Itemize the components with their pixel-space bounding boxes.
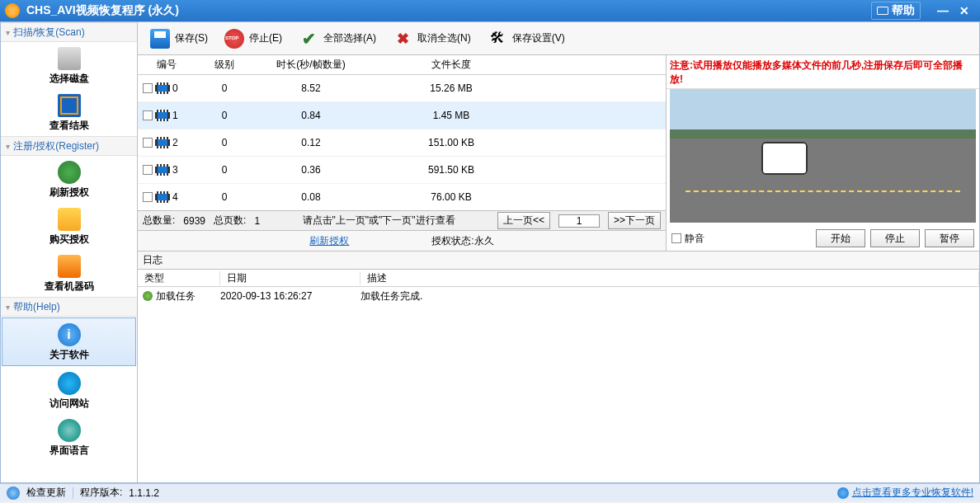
next-page-button[interactable]: >>下一页 xyxy=(608,212,661,229)
pagination-bar: 总数量: 6939 总页数: 1 请点击"上一页"或"下一页"进行查看 上一页<… xyxy=(138,210,666,230)
preview-panel: 注意:试用播放仅能播放多媒体文件的前几秒,注册保存后即可全部播放! 2020-0… xyxy=(667,55,979,251)
sidebar-item-view-machine-code[interactable]: 查看机器码 xyxy=(1,250,137,297)
log-row[interactable]: 加载任务2020-09-13 16:26:27加载任务完成. xyxy=(138,287,979,305)
save-button[interactable]: 保存(S) xyxy=(143,25,215,53)
col-level[interactable]: 级别 xyxy=(196,58,253,72)
pagination-hint: 请点击"上一页"或"下一页"进行查看 xyxy=(268,214,489,228)
stop-icon xyxy=(224,29,244,49)
save-icon xyxy=(150,29,170,49)
cross-icon: ✖ xyxy=(393,29,412,49)
wrench-icon: 🛠 xyxy=(488,29,507,49)
table-body: 008.5215.26 MB100.841.45 MB200.12151.00 … xyxy=(138,75,666,210)
sidebar-item-select-disk[interactable]: 选择磁盘 xyxy=(1,42,137,89)
sidebar: ▾扫描/恢复(Scan) 选择磁盘 查看结果 ▾注册/授权(Register) … xyxy=(1,22,138,482)
check-update-link[interactable]: 检查更新 xyxy=(26,486,66,500)
refresh-icon xyxy=(58,161,81,184)
minimize-button[interactable]: — xyxy=(932,4,954,17)
result-table-area: 编号 级别 时长(秒/帧数量) 文件长度 008.5215.26 MB100.8… xyxy=(138,55,667,251)
update-icon xyxy=(7,487,20,500)
key-icon xyxy=(58,208,81,231)
preview-controls: 静音 开始 停止 暂停 xyxy=(667,226,979,251)
preview-notice: 注意:试用播放仅能播放多媒体文件的前几秒,注册保存后即可全部播放! xyxy=(667,55,979,89)
globe-icon xyxy=(58,372,81,395)
play-pause-button[interactable]: 暂停 xyxy=(925,229,974,247)
play-stop-button[interactable]: 停止 xyxy=(870,229,920,247)
table-row[interactable]: 008.5215.26 MB xyxy=(138,75,666,102)
film-icon xyxy=(155,191,170,203)
row-checkbox[interactable] xyxy=(143,138,153,148)
magnifier-icon xyxy=(58,255,81,278)
stop-button[interactable]: 停止(E) xyxy=(217,25,290,53)
select-all-button[interactable]: ✔全部选择(A) xyxy=(291,25,384,53)
log-col-desc[interactable]: 描述 xyxy=(360,271,979,285)
col-duration[interactable]: 时长(秒/帧数量) xyxy=(253,58,369,72)
play-start-button[interactable]: 开始 xyxy=(816,229,865,247)
col-id[interactable]: 编号 xyxy=(138,58,196,72)
auth-bar: 刷新授权 授权状态:永久 xyxy=(138,230,666,251)
refresh-auth-link[interactable]: 刷新授权 xyxy=(309,234,349,248)
sidebar-item-language[interactable]: 界面语言 xyxy=(1,414,137,461)
log-col-date[interactable]: 日期 xyxy=(220,271,360,285)
prev-page-button[interactable]: 上一页<< xyxy=(497,212,550,229)
sidebar-item-about[interactable]: i关于软件 xyxy=(2,317,136,366)
log-header: 类型 日期 描述 xyxy=(138,269,979,287)
sidebar-group-scan[interactable]: ▾扫描/恢复(Scan) xyxy=(1,22,137,42)
sidebar-item-refresh-auth[interactable]: 刷新授权 xyxy=(1,156,137,203)
mute-checkbox[interactable]: 静音 xyxy=(671,232,704,246)
log-title: 日志 xyxy=(138,251,979,269)
table-row[interactable]: 200.12151.00 KB xyxy=(138,129,666,157)
disk-icon xyxy=(58,47,81,70)
status-bar: 检查更新 程序版本: 1.1.1.2 点击查看更多专业恢复软件! xyxy=(0,483,980,501)
help-button[interactable]: 帮助 xyxy=(871,2,921,20)
toolbar: 保存(S) 停止(E) ✔全部选择(A) ✖取消全选(N) 🛠保存设置(V) xyxy=(138,22,979,55)
more-software-link[interactable]: 点击查看更多专业恢复软件! xyxy=(837,486,973,500)
version-label: 程序版本: xyxy=(80,486,122,500)
check-icon: ✔ xyxy=(299,29,318,49)
total-value: 6939 xyxy=(183,215,205,227)
log-body: 加载任务2020-09-13 16:26:27加载任务完成. xyxy=(138,287,979,482)
row-checkbox[interactable] xyxy=(143,165,153,175)
video-preview[interactable]: 2020-07-28 10:00:04 xyxy=(670,89,976,223)
table-header: 编号 级别 时长(秒/帧数量) 文件长度 xyxy=(138,55,666,75)
language-icon xyxy=(58,419,81,442)
pages-value: 1 xyxy=(254,215,260,227)
title-bar: CHS_AVI视频恢复程序 (永久) 帮助 — ✕ xyxy=(0,0,980,21)
sidebar-item-website[interactable]: 访问网站 xyxy=(1,367,137,414)
table-row[interactable]: 400.0876.00 KB xyxy=(138,184,666,210)
row-checkbox[interactable] xyxy=(143,83,153,93)
version-value: 1.1.1.2 xyxy=(129,487,159,499)
ok-icon xyxy=(143,291,153,301)
log-col-type[interactable]: 类型 xyxy=(138,271,220,285)
sidebar-group-register[interactable]: ▾注册/授权(Register) xyxy=(1,136,137,156)
pages-label: 总页数: xyxy=(214,214,246,228)
row-checkbox[interactable] xyxy=(143,110,153,120)
result-icon xyxy=(58,94,81,117)
sidebar-group-help[interactable]: ▾帮助(Help) xyxy=(1,297,137,317)
info-icon: i xyxy=(58,323,81,346)
film-icon xyxy=(155,164,170,176)
video-frame: 2020-07-28 10:00:04 xyxy=(670,89,976,223)
total-label: 总数量: xyxy=(143,214,175,228)
table-row[interactable]: 300.36591.50 KB xyxy=(138,157,666,184)
page-number-input[interactable]: 1 xyxy=(558,214,600,228)
film-icon xyxy=(155,82,170,94)
save-settings-button[interactable]: 🛠保存设置(V) xyxy=(480,25,572,53)
film-icon xyxy=(155,110,170,121)
sidebar-item-view-result[interactable]: 查看结果 xyxy=(1,89,137,136)
app-title: CHS_AVI视频恢复程序 (永久) xyxy=(26,3,871,18)
col-length[interactable]: 文件长度 xyxy=(369,58,534,72)
checkbox-icon xyxy=(671,233,681,243)
film-icon xyxy=(155,137,170,148)
info-circle-icon xyxy=(837,487,849,499)
help-icon xyxy=(877,7,888,15)
row-checkbox[interactable] xyxy=(143,192,153,202)
sidebar-item-buy-auth[interactable]: 购买授权 xyxy=(1,203,137,250)
close-button[interactable]: ✕ xyxy=(954,4,975,17)
unselect-all-button[interactable]: ✖取消全选(N) xyxy=(385,25,478,53)
table-row[interactable]: 100.841.45 MB xyxy=(138,102,666,129)
auth-status: 授权状态:永久 xyxy=(431,234,493,248)
app-icon xyxy=(5,3,20,18)
